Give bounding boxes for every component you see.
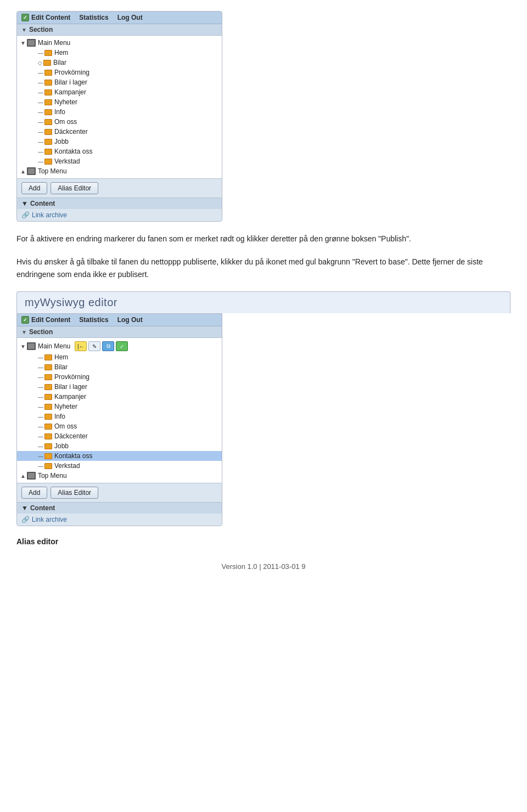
copy-icon[interactable]: ⧉: [102, 341, 114, 351]
link-archive-1[interactable]: 🔗 Link archive: [17, 209, 222, 221]
tree2-item-jobb[interactable]: — Jobb: [17, 441, 222, 451]
action-icons: |← ✎ ⧉ ✓: [75, 341, 128, 351]
triangle-icon-3: ▼: [21, 329, 27, 335]
footer: Version 1.0 | 2011-03-01 9: [16, 557, 511, 571]
cms-panel-2: ✓ Edit Content Statistics Log Out ▼ Sect…: [16, 313, 222, 526]
content-header-1[interactable]: ▼ Content: [17, 198, 222, 209]
triangle-icon-4: ▼: [21, 504, 28, 512]
folder-icon-5: [44, 384, 52, 390]
folder-icon-2: [44, 354, 52, 360]
alias-editor-button-1[interactable]: Alias Editor: [51, 182, 98, 194]
monitor-icon-4: [27, 472, 36, 480]
tree-item-hem[interactable]: — Hem: [17, 48, 222, 58]
statistics-menu-2[interactable]: Statistics: [79, 316, 108, 324]
tree-item-om-oss[interactable]: — Om oss: [17, 117, 222, 127]
text-block-1: For å aktivere en endring markerer du fa…: [16, 233, 511, 245]
tree-item-jobb[interactable]: — Jobb: [17, 137, 222, 146]
tree2-item-dackcenter[interactable]: — Däckcenter: [17, 431, 222, 441]
folder-icon-12: [44, 453, 52, 459]
tree2-item-om-oss[interactable]: — Om oss: [17, 421, 222, 431]
triangle-icon: ▼: [21, 27, 27, 33]
folder-icon: [44, 129, 52, 135]
expand-arrow-2: ▲: [20, 473, 26, 479]
logout-menu[interactable]: Log Out: [117, 14, 143, 21]
triangle-icon-2: ▼: [21, 200, 28, 207]
folder-icon: [44, 89, 52, 95]
folder-icon: [44, 119, 52, 125]
folder-icon-4: [44, 374, 52, 380]
folder-icon: [44, 80, 52, 86]
folder-icon-13: [44, 463, 52, 469]
menubar-2: ✓ Edit Content Statistics Log Out: [17, 314, 222, 326]
tree-item-bilar-i-lager[interactable]: — Bilar i lager: [17, 77, 222, 87]
link-archive-2[interactable]: 🔗 Link archive: [17, 514, 222, 526]
tree-item-main-menu[interactable]: ▼ Main Menu: [17, 38, 222, 48]
tree-item-provkorning[interactable]: — Provkörning: [17, 67, 222, 77]
section-header-2[interactable]: ▼ Section: [17, 326, 222, 338]
section-header-1[interactable]: ▼ Section: [17, 24, 222, 36]
content-section-1: ▼ Content 🔗 Link archive: [17, 198, 222, 221]
collapse-arrow-2: ▼: [20, 343, 26, 349]
tree2-item-kontakta-oss[interactable]: — Kontakta oss: [17, 451, 222, 461]
folder-icon-8: [44, 414, 52, 420]
wysiwyg-title-bar: myWysiwyg editor: [16, 291, 511, 313]
menubar-1: ✓ Edit Content Statistics Log Out: [17, 12, 222, 24]
content-header-2[interactable]: ▼ Content: [17, 503, 222, 514]
cms-buttons-1: Add Alias Editor: [17, 178, 222, 198]
logout-menu-2[interactable]: Log Out: [117, 316, 143, 324]
tree-item-dackcenter[interactable]: — Däckcenter: [17, 127, 222, 137]
folder-icon-11: [44, 443, 52, 449]
folder-icon: [44, 50, 52, 56]
cms-buttons-2: Add Alias Editor: [17, 483, 222, 502]
edit-content-menu[interactable]: ✓ Edit Content: [21, 14, 70, 21]
edit-content-menu-2[interactable]: ✓ Edit Content: [21, 316, 70, 324]
tree2-item-nyheter[interactable]: — Nyheter: [17, 402, 222, 411]
link-icon: 🔗: [21, 211, 30, 219]
wysiwyg-wrapper: myWysiwyg editor ✓ Edit Content Statisti…: [16, 291, 511, 526]
tree-item-kontakta-oss[interactable]: — Kontakta oss: [17, 146, 222, 156]
publish-icon[interactable]: ✓: [116, 341, 128, 351]
folder-icon-3: [44, 364, 52, 370]
folder-icon: [44, 109, 52, 115]
wysiwyg-title: myWysiwyg editor: [25, 296, 117, 308]
tree-item-info[interactable]: — Info: [17, 107, 222, 117]
expand-arrow: ▲: [20, 168, 26, 174]
folder-icon: [44, 99, 52, 105]
folder-icon: [44, 139, 52, 145]
folder-icon-7: [44, 404, 52, 410]
tree2-item-bilar-i-lager[interactable]: — Bilar i lager: [17, 382, 222, 392]
tree2-item-hem[interactable]: — Hem: [17, 352, 222, 362]
add-button-1[interactable]: Add: [21, 182, 47, 194]
tree2-item-verkstad[interactable]: — Verkstad: [17, 461, 222, 471]
folder-icon: [44, 149, 52, 155]
link-icon-2: 🔗: [21, 516, 30, 523]
tree2-item-main-menu[interactable]: ▼ Main Menu |← ✎ ⧉ ✓: [17, 340, 222, 352]
tree-item-kampanjer[interactable]: — Kampanjer: [17, 87, 222, 97]
monitor-icon-3: [27, 342, 36, 350]
tree2-item-top-menu[interactable]: ▲ Top Menu: [17, 471, 222, 481]
folder-icon-6: [44, 394, 52, 400]
tree-item-verkstad[interactable]: — Verkstad: [17, 156, 222, 166]
tree-item-top-menu[interactable]: ▲ Top Menu: [17, 166, 222, 176]
alias-editor-button-2[interactable]: Alias Editor: [51, 487, 98, 499]
tree-item-bilar[interactable]: ◇ Bilar: [17, 58, 222, 67]
cms-panel-1: ✓ Edit Content Statistics Log Out ▼ Sect…: [16, 11, 222, 222]
tree2-item-info[interactable]: — Info: [17, 411, 222, 421]
collapse-arrow: ▼: [20, 40, 26, 46]
monitor-icon: [27, 39, 36, 47]
add-button-2[interactable]: Add: [21, 487, 47, 499]
folder-icon: [44, 70, 52, 76]
tree2-item-kampanjer[interactable]: — Kampanjer: [17, 392, 222, 402]
tree-2: ▼ Main Menu |← ✎ ⧉ ✓ — Hem —: [17, 338, 222, 483]
monitor-icon-2: [27, 167, 36, 175]
statistics-menu[interactable]: Statistics: [79, 14, 108, 21]
edit-icon[interactable]: ✎: [88, 341, 100, 351]
check-icon: ✓: [21, 14, 29, 21]
tree-item-nyheter[interactable]: — Nyheter: [17, 97, 222, 107]
tree2-item-provkorning[interactable]: — Provkörning: [17, 372, 222, 382]
check-icon-2: ✓: [21, 316, 29, 324]
folder-icon-10: [44, 433, 52, 439]
revert-icon[interactable]: |←: [75, 341, 87, 351]
tree2-item-bilar[interactable]: — Bilar: [17, 362, 222, 372]
alias-editor-label: Alias editor: [16, 537, 511, 546]
